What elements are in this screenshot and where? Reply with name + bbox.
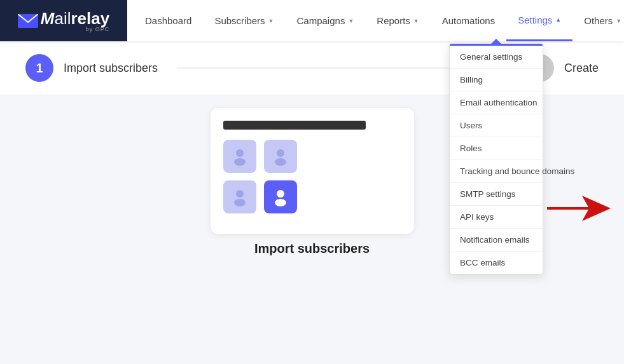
svg-marker-9 [547, 196, 611, 221]
step-2-label: Create [564, 62, 599, 75]
nav-item-campaigns[interactable]: Campaigns ▼ [286, 0, 366, 41]
nav-item-automations[interactable]: Automations [431, 0, 506, 41]
dropdown-item-bcc-emails[interactable]: BCC emails [450, 252, 543, 274]
svg-point-1 [236, 149, 244, 157]
ill-avatar-3 [223, 180, 256, 213]
chevron-down-icon: ▼ [413, 18, 419, 24]
chevron-down-icon: ▼ [348, 18, 354, 24]
dropdown-item-roles[interactable]: Roles [450, 137, 543, 160]
svg-point-3 [277, 149, 284, 157]
ill-row-1 [223, 140, 401, 173]
nav-item-dashboard[interactable]: Dashboard [134, 0, 203, 41]
ill-top-bar [223, 121, 366, 130]
ill-row-2 [223, 180, 401, 213]
dropdown-item-api-keys[interactable]: API keys [450, 206, 543, 229]
chevron-down-icon: ▼ [616, 18, 621, 24]
nav-item-subscribers[interactable]: Subscribers ▼ [203, 0, 285, 41]
logo[interactable]: Mailrelay by OPC [0, 0, 127, 41]
settings-dropdown: General settings Billing Email authentic… [449, 43, 543, 274]
svg-point-6 [234, 199, 246, 206]
dropdown-item-tracking-bounce[interactable]: Tracking and bounce domains [450, 160, 543, 183]
dropdown-item-smtp-settings[interactable]: SMTP settings [450, 183, 543, 206]
svg-point-4 [275, 158, 286, 166]
nav-item-settings[interactable]: Settings ▲ [506, 0, 572, 41]
svg-point-5 [236, 190, 244, 198]
svg-point-2 [234, 158, 246, 166]
dropdown-item-users[interactable]: Users [450, 114, 543, 137]
nav-items: Dashboard Subscribers ▼ Campaigns ▼ Repo… [127, 0, 624, 41]
step-1: 1 Import subscribers [25, 54, 158, 82]
illustration-caption: Import subscribers [254, 241, 370, 256]
step-1-label: Import subscribers [64, 62, 158, 75]
chevron-down-icon: ▲ [555, 17, 561, 23]
nav-item-others[interactable]: Others ▼ [572, 0, 624, 41]
svg-point-8 [275, 199, 286, 206]
ill-avatar-1 [223, 140, 256, 173]
dropdown-item-billing[interactable]: Billing [450, 69, 543, 91]
svg-point-7 [277, 190, 284, 198]
nav-item-reports[interactable]: Reports ▼ [365, 0, 430, 41]
step-1-circle: 1 [25, 54, 53, 82]
red-arrow-indicator [547, 196, 611, 224]
chevron-down-icon: ▼ [268, 18, 274, 24]
dropdown-item-general-settings[interactable]: General settings [450, 46, 543, 69]
navbar: Mailrelay by OPC Dashboard Subscribers ▼… [0, 0, 624, 41]
illustration-card [211, 108, 414, 234]
ill-avatar-2 [264, 140, 297, 173]
dropdown-item-notification-emails[interactable]: Notification emails [450, 229, 543, 252]
dropdown-item-email-authentication[interactable]: Email authentication [450, 91, 543, 114]
ill-avatar-4 [264, 180, 297, 213]
